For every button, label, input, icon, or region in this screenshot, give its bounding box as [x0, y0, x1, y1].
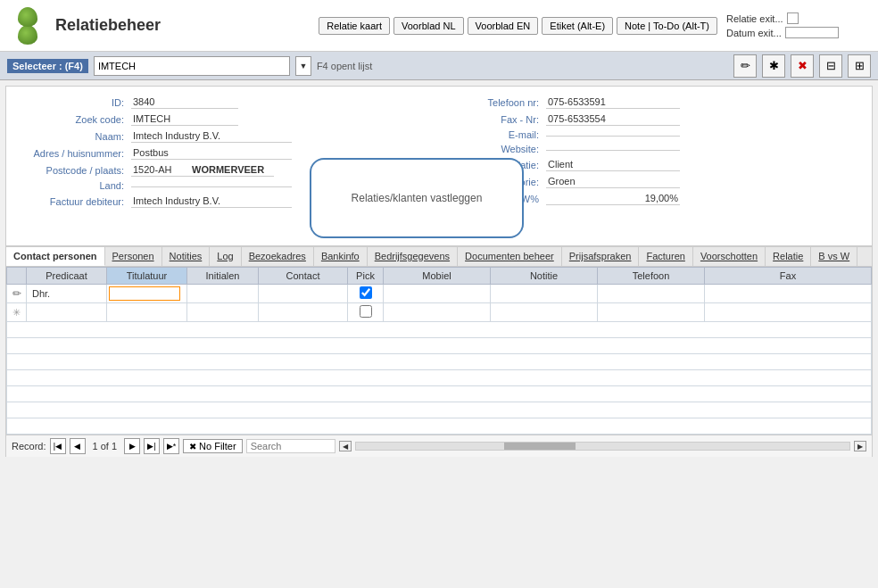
- plaats-value: WORMERVEER: [185, 163, 274, 177]
- email-value: [546, 134, 680, 137]
- voorblad-nl-button[interactable]: Voorblad NL: [393, 17, 464, 35]
- search-input[interactable]: [246, 439, 335, 453]
- id-label: ID:: [15, 97, 131, 108]
- row-notitie: [491, 285, 598, 303]
- nav-prev-button[interactable]: ◀: [70, 438, 86, 454]
- fax-value: 075-6533554: [546, 112, 680, 126]
- selecteer-input[interactable]: [94, 56, 290, 76]
- scroll-left-arrow[interactable]: ◀: [339, 441, 352, 451]
- tab-notities[interactable]: Notities: [162, 247, 211, 266]
- voorblad-en-button[interactable]: Voorblad EN: [468, 17, 539, 35]
- f4-label: F4 opent lijst: [317, 61, 728, 71]
- email-label: E-mail:: [439, 129, 546, 140]
- website-value: [546, 148, 680, 151]
- etiket-button[interactable]: Etiket (Alt-E): [542, 17, 613, 35]
- tab-documenten[interactable]: Documenten beheer: [458, 247, 562, 266]
- row-titulatuur[interactable]: [107, 285, 187, 303]
- header-buttons: Relatie kaart Voorblad NL Voorblad EN Et…: [319, 17, 717, 35]
- fax-label: Fax - Nr:: [439, 114, 546, 125]
- scrollbar-track[interactable]: [355, 442, 850, 451]
- row-pick[interactable]: [348, 285, 384, 303]
- new-row-pick[interactable]: [348, 303, 384, 322]
- row-initialen: [187, 285, 259, 303]
- postcode-label: Postcode / plaats:: [15, 165, 131, 176]
- naam-label: Naam:: [15, 131, 131, 142]
- tab-bankinfo[interactable]: Bankinfo: [314, 247, 368, 266]
- col-icon: [7, 268, 27, 285]
- col-mobiel: Mobiel: [384, 268, 491, 285]
- tabs-container: Contact personen Personen Notities Log B…: [5, 246, 873, 457]
- col-predicaat: Predicaat: [27, 268, 107, 285]
- nav-new-button[interactable]: ▶*: [163, 438, 179, 454]
- tab-log[interactable]: Log: [210, 247, 241, 266]
- tab-personen[interactable]: Personen: [105, 247, 162, 266]
- tab-bezoekadres[interactable]: Bezoekadres: [242, 247, 314, 266]
- tab-bvsw[interactable]: B vs W: [811, 247, 857, 266]
- header-right: Relatie exit... Datum exit...: [726, 12, 869, 38]
- no-filter-button[interactable]: ✖ No Filter: [183, 439, 243, 453]
- plus-icon-button[interactable]: ⊞: [848, 54, 871, 78]
- scrollbar-thumb: [504, 443, 576, 450]
- adres-value: Postbus: [131, 146, 292, 160]
- website-label: Website:: [439, 144, 546, 154]
- tab-facturen[interactable]: Facturen: [639, 247, 692, 266]
- row-fax: [705, 285, 872, 303]
- empty-row-2: [7, 338, 872, 354]
- row-contact: [259, 285, 348, 303]
- telefoon-value: 075-6533591: [546, 95, 680, 109]
- postcode-value: 1520-AH: [131, 163, 185, 177]
- app-title: Relatiebeheer: [55, 16, 319, 35]
- tab-prijsafspraken[interactable]: Prijsafspraken: [562, 247, 640, 266]
- note-todo-button[interactable]: Note | To-Do (Alt-T): [617, 17, 717, 35]
- datum-exit-label: Datum exit...: [726, 28, 782, 38]
- tabs-header: Contact personen Personen Notities Log B…: [6, 247, 872, 267]
- new-pick-checkbox[interactable]: [360, 305, 372, 318]
- logo: [9, 7, 46, 45]
- datum-exit-field[interactable]: [785, 27, 839, 38]
- minus-icon-button[interactable]: ⊟: [819, 54, 842, 78]
- empty-row-4: [7, 370, 872, 386]
- titulatuur-input[interactable]: [109, 286, 180, 301]
- adres-label: Adres / huisnummer:: [15, 148, 131, 159]
- nav-last-button[interactable]: ▶|: [144, 438, 160, 454]
- selecteer-dropdown-button[interactable]: ▼: [295, 56, 311, 76]
- col-notitie: Notitie: [491, 268, 598, 285]
- tab-voorschotten[interactable]: Voorschotten: [693, 247, 766, 266]
- row-mobiel: [384, 285, 491, 303]
- telefoon-label: Telefoon nr:: [439, 97, 546, 108]
- tab-relatie[interactable]: Relatie: [766, 247, 811, 266]
- scroll-right-arrow[interactable]: ▶: [854, 441, 866, 451]
- filter-icon: ✖: [189, 442, 196, 451]
- land-value: [131, 185, 292, 187]
- table-container: Predicaat Titulatuur Initialen Contact P…: [6, 267, 872, 457]
- nav-next-button[interactable]: ▶: [124, 438, 140, 454]
- col-pick: Pick: [348, 268, 384, 285]
- pick-checkbox[interactable]: [360, 286, 372, 299]
- categorie-value: Groen: [546, 175, 680, 188]
- tab-bedrijfsgegevens[interactable]: Bedrijfsgegevens: [368, 247, 458, 266]
- edit-icon-button[interactable]: ✏: [733, 54, 757, 78]
- id-value: 3840: [131, 95, 238, 109]
- empty-row-6: [7, 402, 872, 418]
- factuur-value: Imtech Industry B.V.: [131, 195, 292, 208]
- naam-value: Imtech Industry B.V.: [131, 129, 292, 143]
- col-titulatuur: Titulatuur: [107, 268, 187, 285]
- table-row: ✏ Dhr.: [7, 285, 872, 303]
- tooltip-bubble: Relaties/klanten vastleggen: [310, 158, 524, 238]
- table-footer: Record: |◀ ◀ 1 of 1 ▶ ▶| ▶* ✖ No Filter …: [6, 435, 872, 457]
- soort-value: Client: [546, 158, 680, 171]
- header: Relatiebeheer Relatie kaart Voorblad NL …: [0, 0, 878, 52]
- btw-value: 19,00%: [546, 192, 680, 205]
- star-icon-button[interactable]: ✱: [762, 54, 785, 78]
- nav-first-button[interactable]: |◀: [50, 438, 66, 454]
- relatie-kaart-button[interactable]: Relatie kaart: [319, 17, 390, 35]
- empty-row-1: [7, 322, 872, 338]
- tab-contact-personen[interactable]: Contact personen: [6, 247, 105, 266]
- record-current: 1 of 1: [93, 441, 118, 451]
- empty-row-3: [7, 354, 872, 370]
- relatie-exit-checkbox[interactable]: [787, 12, 799, 24]
- empty-row-7: [7, 418, 872, 435]
- table-new-row: ✳: [7, 303, 872, 322]
- col-telefoon: Telefoon: [598, 268, 705, 285]
- delete-icon-button[interactable]: ✖: [791, 54, 814, 78]
